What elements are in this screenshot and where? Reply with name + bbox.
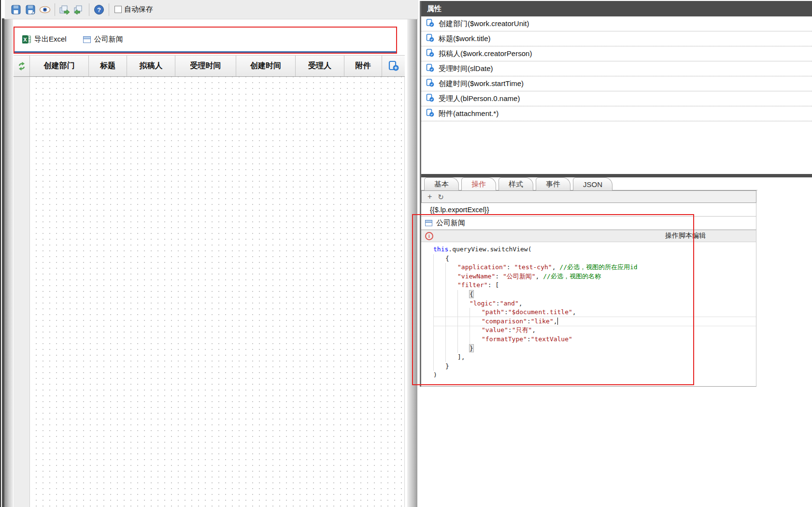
tab-event[interactable]: 事件 (536, 177, 570, 190)
field-binding-icon (426, 19, 434, 29)
page-plus-icon (387, 60, 400, 72)
script-editor-label: 操作脚本编辑 (665, 232, 706, 240)
panel-divider-bar[interactable] (421, 174, 812, 177)
field-binding-label: 创建时间($work.startTime) (439, 79, 524, 88)
save-icon (11, 4, 21, 15)
field-binding-icon (426, 34, 434, 43)
autosave-checkbox[interactable] (114, 6, 122, 13)
field-binding-icon (426, 79, 434, 88)
code-line: "application": "test-cyh", //必选，视图的所在应用i… (433, 263, 756, 272)
field-binding-label: 标题($work.title) (439, 34, 491, 43)
code-line: } (433, 344, 756, 353)
save-button[interactable] (10, 3, 22, 16)
grid-column-header-7[interactable]: 附件 (344, 56, 382, 76)
field-binding-icon (426, 64, 434, 72)
code-line: "comparison":"like", (433, 317, 756, 326)
help-icon: ? (94, 4, 104, 15)
grid-add-column-button[interactable] (382, 56, 405, 76)
field-binding-icon (426, 109, 434, 117)
form-designer-window: ? 自动保存 X 导出Excel 公司新闻 创建部门标题拟稿人受理时间创建时间受… (0, 0, 812, 507)
code-line: ) (433, 371, 756, 380)
toolbar-separator (89, 3, 89, 16)
grid-header: 创建部门标题拟稿人受理时间创建时间受理人附件 (14, 55, 405, 77)
toolbar-separator (109, 3, 109, 16)
canvas-right-shadow (407, 19, 417, 507)
field-binding-icon (426, 79, 434, 87)
code-line: "logic":"and", (433, 299, 756, 308)
operation-item-company-news[interactable]: 公司新闻 (421, 217, 756, 230)
field-binding-icon (426, 94, 434, 102)
properties-panel-header: 属性 (421, 1, 812, 16)
code-line: "value":"只有", (433, 326, 756, 335)
properties-tabs: 基本操作样式事件JSON (424, 177, 613, 190)
script-editor-header: i 操作脚本编辑 (421, 230, 756, 242)
operation-item-label: {{$.lp.exportExcel}} (430, 206, 489, 214)
design-canvas[interactable] (30, 77, 405, 507)
grid-column-header-6[interactable]: 受理人 (296, 56, 344, 76)
preview-eye-icon (39, 6, 51, 14)
grid-column-header-4[interactable]: 受理时间 (175, 56, 236, 76)
svg-text:?: ? (97, 6, 101, 13)
property-field-row[interactable]: 附件(attachment.*) (421, 106, 812, 121)
script-code-editor[interactable]: this.queryView.switchView({"application"… (421, 242, 756, 387)
tab-action[interactable]: 操作 (461, 177, 496, 190)
field-binding-label: 受理时间(slDate) (439, 64, 493, 73)
code-line: "path":"$document.title", (433, 308, 756, 317)
refresh-icon (17, 62, 27, 71)
export-excel-button[interactable]: X 导出Excel (22, 35, 67, 44)
excel-icon: X (22, 35, 31, 43)
field-binding-icon (426, 94, 434, 103)
property-field-row[interactable]: 受理时间(slDate) (421, 61, 812, 76)
grid-column-header-1[interactable]: 创建部门 (30, 56, 89, 76)
field-binding-label: 拟稿人($work.creatorPerson) (439, 49, 532, 58)
field-binding-label: 创建部门($work.creatorUnit) (439, 19, 529, 29)
active-bar-underline (14, 51, 396, 53)
field-binding-icon (426, 49, 434, 58)
property-field-row[interactable]: 创建时间($work.startTime) (421, 76, 812, 91)
add-operation-button[interactable]: + (427, 193, 432, 201)
code-line: } (433, 362, 756, 371)
save-as-icon (25, 4, 36, 15)
tab-basic[interactable]: 基本 (424, 177, 459, 190)
property-field-row[interactable]: 标题($work.title) (421, 31, 812, 46)
view-window-icon (83, 36, 91, 43)
code-line: "filter": [ (433, 281, 756, 290)
export-form-button[interactable] (58, 3, 71, 16)
operation-item-label: 公司新闻 (436, 218, 465, 228)
operation-item-export-excel[interactable]: {{$.lp.exportExcel}} (421, 203, 756, 217)
import-form-button[interactable] (73, 3, 85, 16)
field-binding-icon (426, 19, 434, 27)
property-field-row[interactable]: 受理人(blPerson.0.name) (421, 91, 812, 106)
export-excel-label: 导出Excel (34, 35, 67, 44)
info-icon: i (425, 232, 433, 240)
code-line: this.queryView.switchView( (433, 245, 756, 254)
field-binding-icon (426, 49, 434, 57)
save-as-button[interactable] (24, 3, 37, 16)
code-line: { (433, 290, 756, 299)
field-binding-icon (426, 34, 434, 42)
tab-json[interactable]: JSON (573, 177, 613, 190)
grid-refresh-button[interactable] (14, 56, 30, 76)
autosave-label: 自动保存 (124, 5, 153, 14)
window-left-edge (0, 0, 1, 507)
reset-operations-button[interactable]: ↻ (438, 193, 444, 201)
grid-row-selector-column (14, 77, 30, 507)
properties-title: 属性 (427, 4, 442, 14)
grid-column-header-5[interactable]: 创建时间 (236, 56, 296, 76)
property-field-row[interactable]: 创建部门($work.creatorUnit) (421, 16, 812, 31)
grid-column-header-3[interactable]: 拟稿人 (127, 56, 175, 76)
preview-button[interactable] (39, 3, 51, 16)
grid-column-header-2[interactable]: 标题 (89, 56, 127, 76)
help-button[interactable]: ? (93, 3, 105, 16)
view-window-icon (425, 220, 432, 226)
field-binding-list: 创建部门($work.creatorUnit)标题($work.title)拟稿… (421, 16, 812, 121)
svg-text:X: X (23, 37, 27, 43)
property-field-row[interactable]: 拟稿人($work.creatorPerson) (421, 46, 812, 61)
code-line: "formatType":"textValue" (433, 335, 756, 344)
company-news-button[interactable]: 公司新闻 (83, 35, 123, 44)
operations-toolbar: + ↻ (421, 190, 756, 203)
company-news-label: 公司新闻 (94, 35, 123, 44)
tab-style[interactable]: 样式 (499, 177, 533, 190)
form-button-bar: X 导出Excel 公司新闻 (14, 28, 396, 51)
export-icon (59, 5, 71, 14)
